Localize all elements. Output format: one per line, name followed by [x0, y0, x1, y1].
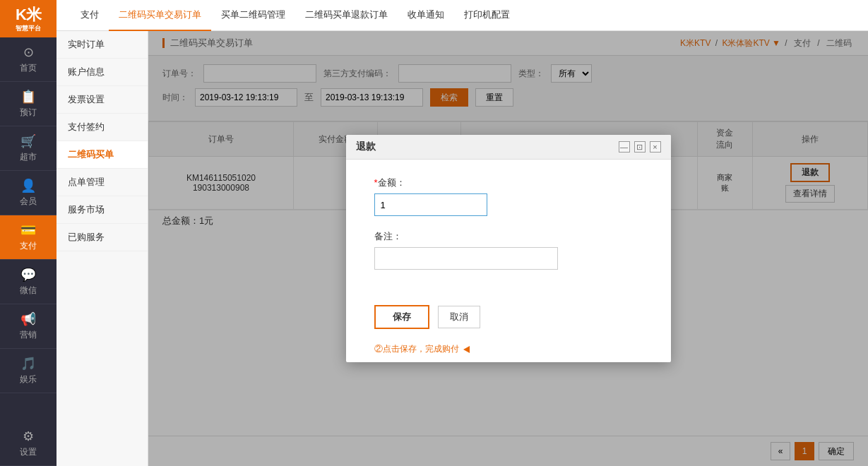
- left-panel-purchased[interactable]: 已购服务: [57, 224, 148, 251]
- annotation-arrow: [463, 346, 470, 353]
- modal-minimize-button[interactable]: —: [619, 141, 630, 153]
- sidebar-logo: K米 智慧平台: [0, 0, 57, 37]
- sidebar-item-label-settings: 设置: [20, 446, 37, 458]
- amount-input[interactable]: [374, 193, 487, 216]
- content-area: 实时订单 账户信息 发票设置 支付签约 二维码买单 点单管理 服务市场 已购服务: [57, 31, 868, 466]
- amount-label: *金额：: [374, 177, 643, 189]
- remark-form-group: 备注：: [374, 230, 643, 270]
- marketing-icon: 📢: [20, 311, 36, 327]
- sidebar-item-label-marketing: 营销: [20, 329, 37, 341]
- sidebar-item-label-payment: 支付: [20, 240, 37, 252]
- modal-body: *金额： 备注：: [346, 160, 671, 298]
- left-panel-qr-payment[interactable]: 二维码买单: [57, 141, 148, 169]
- sidebar-item-payment[interactable]: 💳 支付: [0, 215, 57, 260]
- sidebar-item-settings[interactable]: ⚙ 设置: [0, 422, 57, 466]
- modal-cancel-button[interactable]: 取消: [438, 306, 480, 328]
- remark-label: 备注：: [374, 230, 643, 243]
- settings-icon: ⚙: [23, 429, 34, 444]
- sidebar-item-wechat[interactable]: 💬 微信: [0, 260, 57, 304]
- remark-input[interactable]: [374, 247, 558, 270]
- wechat-icon: 💬: [20, 267, 36, 282]
- nav-printer-config[interactable]: 打印机配置: [454, 0, 520, 31]
- member-icon: 👤: [20, 178, 36, 193]
- nav-qr-refund[interactable]: 二维码买单退款订单: [295, 0, 398, 31]
- left-panel-account[interactable]: 账户信息: [57, 59, 148, 86]
- nav-qr-order[interactable]: 二维码买单交易订单: [109, 0, 211, 31]
- nav-payment[interactable]: 支付: [71, 0, 109, 31]
- sidebar-item-label-supermarket: 超市: [20, 151, 37, 163]
- modal-controls: — ⊡ ×: [619, 141, 661, 153]
- home-icon: ⊙: [23, 44, 34, 60]
- left-panel-realtime[interactable]: 实时订单: [57, 31, 148, 59]
- entertainment-icon: 🎵: [20, 356, 36, 371]
- main-area: 支付 二维码买单交易订单 买单二维码管理 二维码买单退款订单 收单通知 打印机配…: [57, 0, 868, 466]
- left-panel: 实时订单 账户信息 发票设置 支付签约 二维码买单 点单管理 服务市场 已购服务: [57, 31, 148, 466]
- refund-modal: 退款 — ⊡ × *金额：: [346, 135, 671, 362]
- sidebar-item-entertainment[interactable]: 🎵 娱乐: [0, 349, 57, 393]
- left-panel-order-manage[interactable]: 点单管理: [57, 169, 148, 196]
- modal-title: 退款: [356, 141, 376, 153]
- sidebar-item-label-home: 首页: [20, 62, 37, 74]
- sidebar-item-supermarket[interactable]: 🛒 超市: [0, 126, 57, 171]
- nav-cashier-notify[interactable]: 收单通知: [398, 0, 454, 31]
- sidebar-item-marketing[interactable]: 📢 营销: [0, 304, 57, 349]
- modal-save-button[interactable]: 保存: [374, 305, 429, 329]
- modal-footer: 保存 取消: [346, 298, 671, 343]
- sidebar-item-home[interactable]: ⊙ 首页: [0, 37, 57, 82]
- reservation-icon: 📋: [20, 89, 36, 104]
- supermarket-icon: 🛒: [20, 133, 36, 149]
- sidebar-item-member[interactable]: 👤 会员: [0, 171, 57, 215]
- left-panel-invoice[interactable]: 发票设置: [57, 86, 148, 114]
- annotation-save: ②点击保存，完成购付: [346, 343, 671, 362]
- sidebar-item-label-entertainment: 娱乐: [20, 374, 37, 386]
- modal-close-button[interactable]: ×: [650, 141, 661, 153]
- logo-sub: 智慧平台: [16, 24, 41, 33]
- sidebar: K米 智慧平台 ⊙ 首页 📋 预订 🛒 超市 👤 会员 💳 支付 💬 微信 📢 …: [0, 0, 57, 466]
- sidebar-item-label-reservation: 预订: [20, 107, 37, 119]
- annotation-text-2: ②点击保存，完成购付: [374, 343, 459, 355]
- nav-qr-manage[interactable]: 买单二维码管理: [211, 0, 295, 31]
- sidebar-item-label-member: 会员: [20, 196, 37, 208]
- left-panel-service-market[interactable]: 服务市场: [57, 196, 148, 224]
- page-content: 二维码买单交易订单 K米KTV / K米体验KTV ▼ / 支付 / 二维码 订…: [148, 31, 868, 466]
- left-panel-payment-sign[interactable]: 支付签约: [57, 114, 148, 141]
- modal-overlay: 退款 — ⊡ × *金额：: [148, 31, 868, 466]
- top-nav: 支付 二维码买单交易订单 买单二维码管理 二维码买单退款订单 收单通知 打印机配…: [57, 0, 868, 31]
- sidebar-item-label-wechat: 微信: [20, 285, 37, 297]
- amount-form-group: *金额：: [374, 177, 643, 216]
- logo-text: K米: [16, 7, 41, 23]
- modal-header: 退款 — ⊡ ×: [346, 135, 671, 160]
- required-mark: *: [374, 177, 378, 188]
- modal-maximize-button[interactable]: ⊡: [634, 141, 646, 153]
- payment-icon: 💳: [20, 222, 36, 238]
- sidebar-item-reservation[interactable]: 📋 预订: [0, 82, 57, 126]
